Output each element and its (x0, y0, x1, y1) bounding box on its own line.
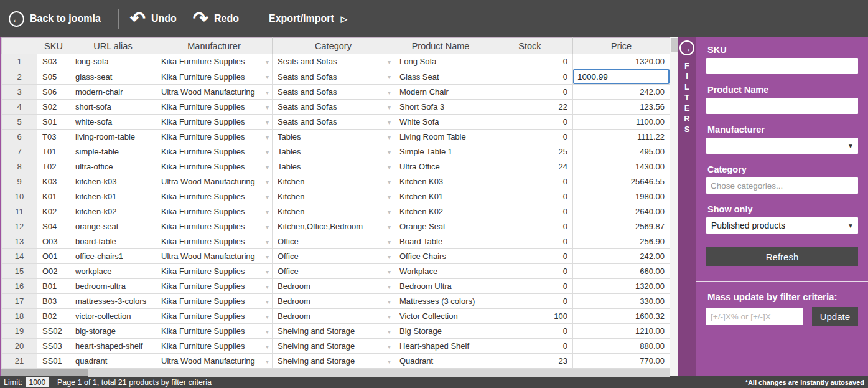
url-alias-cell[interactable]: orange-seat (70, 219, 156, 234)
url-alias-cell[interactable]: quadrant (70, 354, 156, 369)
product-name-cell[interactable]: Workplace (394, 264, 487, 279)
price-edit-input[interactable] (573, 69, 670, 84)
price-cell[interactable]: 330.00 (573, 294, 670, 309)
product-name-filter-input[interactable] (706, 98, 858, 114)
url-alias-cell[interactable]: long-sofa (70, 54, 156, 69)
category-cell[interactable]: Seats and Sofas▾ (273, 69, 394, 85)
manufacturer-cell[interactable]: Kika Furniture Supplies▾ (156, 339, 273, 354)
stock-cell[interactable]: 0 (487, 189, 573, 204)
price-cell[interactable]: 1210.00 (573, 324, 670, 339)
price-cell[interactable]: 495.00 (573, 144, 670, 159)
category-filter-input[interactable] (706, 177, 858, 194)
manufacturer-cell[interactable]: Kika Furniture Supplies▾ (156, 159, 273, 174)
price-cell[interactable]: 123.56 (573, 100, 670, 115)
manufacturer-cell[interactable]: Ultra Wood Manufacturing▾ (156, 249, 273, 264)
show-only-select[interactable]: Published products ▼ (706, 217, 858, 234)
limit-input[interactable] (26, 377, 49, 387)
sku-cell[interactable]: B01 (37, 279, 70, 294)
header-sku[interactable]: SKU (37, 38, 70, 54)
stock-cell[interactable]: 0 (487, 219, 573, 234)
product-name-cell[interactable]: Big Storage (394, 324, 487, 339)
category-cell[interactable]: Shelving and Storage▾ (273, 354, 394, 369)
category-cell[interactable]: Office▾ (273, 264, 394, 279)
sku-cell[interactable]: S05 (37, 69, 70, 85)
stock-cell[interactable]: 0 (487, 54, 573, 69)
url-alias-cell[interactable]: kitchen-k03 (70, 174, 156, 189)
stock-cell[interactable]: 0 (487, 115, 573, 130)
manufacturer-cell[interactable]: Kika Furniture Supplies▾ (156, 100, 273, 115)
price-cell[interactable] (573, 69, 670, 85)
category-cell[interactable]: Seats and Sofas▾ (273, 85, 394, 100)
category-cell[interactable]: Bedroom▾ (273, 309, 394, 324)
product-name-cell[interactable]: Board Table (394, 234, 487, 249)
stock-cell[interactable]: 0 (487, 339, 573, 354)
category-cell[interactable]: Office▾ (273, 234, 394, 249)
manufacturer-filter-select[interactable]: ▼ (706, 138, 858, 154)
sku-cell[interactable]: T03 (37, 130, 70, 144)
manufacturer-cell[interactable]: Kika Furniture Supplies▾ (156, 294, 273, 309)
product-name-cell[interactable]: Quadrant (394, 354, 487, 369)
stock-cell[interactable]: 0 (487, 324, 573, 339)
price-cell[interactable]: 2640.00 (573, 204, 670, 219)
category-cell[interactable]: Kitchen▾ (273, 204, 394, 219)
header-url-alias[interactable]: URL alias (70, 38, 156, 54)
price-cell[interactable]: 242.00 (573, 249, 670, 264)
price-cell[interactable]: 1980.00 (573, 189, 670, 204)
manufacturer-cell[interactable]: Kika Furniture Supplies▾ (156, 144, 273, 159)
stock-cell[interactable]: 24 (487, 159, 573, 174)
url-alias-cell[interactable]: kitchen-k01 (70, 189, 156, 204)
url-alias-cell[interactable]: white-sofa (70, 115, 156, 130)
price-cell[interactable]: 1320.00 (573, 54, 670, 69)
product-name-cell[interactable]: Kitchen K03 (394, 174, 487, 189)
stock-cell[interactable]: 0 (487, 264, 573, 279)
url-alias-cell[interactable]: bedroom-ultra (70, 279, 156, 294)
url-alias-cell[interactable]: short-sofa (70, 100, 156, 115)
category-cell[interactable]: Office▾ (273, 249, 394, 264)
price-cell[interactable]: 1111.22 (573, 130, 670, 144)
url-alias-cell[interactable]: office-chairs1 (70, 249, 156, 264)
price-cell[interactable]: 880.00 (573, 339, 670, 354)
category-cell[interactable]: Tables▾ (273, 159, 394, 174)
product-name-cell[interactable]: Simple Table 1 (394, 144, 487, 159)
stock-cell[interactable]: 22 (487, 100, 573, 115)
category-cell[interactable]: Bedroom▾ (273, 294, 394, 309)
header-price[interactable]: Price (573, 38, 670, 54)
header-category[interactable]: Category (273, 38, 394, 54)
product-name-cell[interactable]: Bedroom Ultra (394, 279, 487, 294)
collapse-filters-icon[interactable]: → (679, 40, 694, 55)
url-alias-cell[interactable]: workplace (70, 264, 156, 279)
product-name-cell[interactable]: Orange Seat (394, 219, 487, 234)
price-cell[interactable]: 1600.32 (573, 309, 670, 324)
product-name-cell[interactable]: Modern Chair (394, 85, 487, 100)
product-name-cell[interactable]: Short Sofa 3 (394, 100, 487, 115)
url-alias-cell[interactable]: big-storage (70, 324, 156, 339)
manufacturer-cell[interactable]: Kika Furniture Supplies▾ (156, 54, 273, 69)
stock-cell[interactable]: 23 (487, 354, 573, 369)
stock-cell[interactable]: 25 (487, 144, 573, 159)
product-name-cell[interactable]: Kitchen K02 (394, 204, 487, 219)
sku-cell[interactable]: B02 (37, 309, 70, 324)
stock-cell[interactable]: 0 (487, 279, 573, 294)
url-alias-cell[interactable]: board-table (70, 234, 156, 249)
category-cell[interactable]: Kitchen,Office,Bedroom▾ (273, 219, 394, 234)
stock-cell[interactable]: 0 (487, 69, 573, 85)
price-cell[interactable]: 25646.55 (573, 174, 670, 189)
stock-cell[interactable]: 0 (487, 249, 573, 264)
manufacturer-cell[interactable]: Kika Furniture Supplies▾ (156, 324, 273, 339)
category-cell[interactable]: Bedroom▾ (273, 279, 394, 294)
sku-cell[interactable]: K01 (37, 189, 70, 204)
sku-cell[interactable]: S06 (37, 85, 70, 100)
price-cell[interactable]: 2569.87 (573, 219, 670, 234)
sku-cell[interactable]: SS01 (37, 354, 70, 369)
category-cell[interactable]: Shelving and Storage▾ (273, 339, 394, 354)
mass-update-input[interactable] (706, 308, 803, 325)
product-name-cell[interactable]: Glass Seat (394, 69, 487, 85)
manufacturer-cell[interactable]: Ultra Wood Manufacturing▾ (156, 174, 273, 189)
sku-cell[interactable]: S02 (37, 100, 70, 115)
manufacturer-cell[interactable]: Kika Furniture Supplies▾ (156, 219, 273, 234)
price-cell[interactable]: 1100.00 (573, 115, 670, 130)
manufacturer-cell[interactable]: Kika Furniture Supplies▾ (156, 69, 273, 85)
sku-cell[interactable]: O01 (37, 249, 70, 264)
url-alias-cell[interactable]: kitchen-k02 (70, 204, 156, 219)
horizontal-scrollbar-thumb[interactable] (88, 369, 670, 377)
